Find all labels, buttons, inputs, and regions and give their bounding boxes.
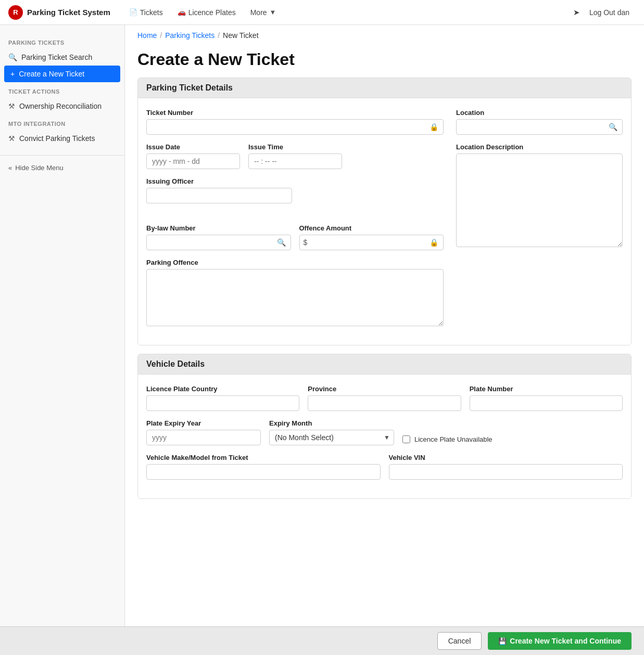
plate-number-group: Plate Number <box>470 385 623 411</box>
issue-time-label: Issue Time <box>248 143 342 151</box>
sidebar-item-convict-tickets[interactable]: ⚒ Convict Parking Tickets <box>0 130 124 147</box>
tickets-icon: 📄 <box>129 8 137 16</box>
expiry-month-group: Expiry Month (No Month Select) January F… <box>269 419 394 445</box>
chevrons-left-icon: « <box>8 164 12 172</box>
plate-expiry-year-group: Plate Expiry Year <box>146 419 261 445</box>
ticket-details-body: Ticket Number 🔒 Issue Date <box>138 98 631 345</box>
ticket-number-input-wrapper: 🔒 <box>146 119 444 135</box>
sidebar-section-ticket-actions: TICKET ACTIONS <box>0 82 124 98</box>
save-icon: 💾 <box>498 637 507 645</box>
issue-date-input[interactable] <box>146 153 240 169</box>
licence-plate-country-input[interactable]: CA <box>146 395 299 411</box>
sidebar-item-parking-search[interactable]: 🔍 Parking Ticket Search <box>0 49 124 66</box>
plus-icon: + <box>10 70 15 78</box>
bylaw-number-input[interactable] <box>146 235 291 250</box>
licence-plates-icon: 🚗 <box>178 8 186 16</box>
sidebar-item-ownership-reconciliation[interactable]: ⚒ Ownership Reconciliation <box>0 98 124 114</box>
ticket-number-group: Ticket Number 🔒 <box>146 109 444 135</box>
nav-tickets[interactable]: 📄 Tickets <box>123 5 169 20</box>
create-ticket-continue-button[interactable]: 💾 Create New Ticket and Continue <box>488 632 632 650</box>
plate-expiry-year-input[interactable] <box>146 430 261 445</box>
ticket-details-header: Parking Ticket Details <box>138 78 631 98</box>
issuing-officer-row: Issuing Officer <box>146 177 444 203</box>
breadcrumb-home[interactable]: Home <box>137 31 157 40</box>
licence-plate-country-label: Licence Plate Country <box>146 385 299 393</box>
cancel-button[interactable]: Cancel <box>437 632 482 650</box>
vehicle-details-card: Vehicle Details Licence Plate Country CA… <box>137 354 632 499</box>
parking-offence-row: Parking Offence <box>146 259 444 326</box>
breadcrumb-sep-2: / <box>218 31 220 40</box>
sidebar-item-convict-tickets-label: Convict Parking Tickets <box>19 134 95 143</box>
plate-number-input[interactable] <box>470 395 623 411</box>
top-nav: R Parking Ticket System 📄 Tickets 🚗 Lice… <box>0 0 644 25</box>
nav-more[interactable]: More ▼ <box>244 5 283 20</box>
bylaw-offence-row: By-law Number 🔍 Offence Amount $ <box>146 224 444 250</box>
vehicle-vin-group: Vehicle VIN <box>389 454 623 480</box>
issue-time-group: Issue Time <box>248 143 342 169</box>
brand-label: Parking Ticket System <box>27 8 110 17</box>
parking-offence-textarea[interactable] <box>146 269 444 326</box>
ticket-number-lock-icon[interactable]: 🔒 <box>427 122 440 132</box>
create-ticket-continue-label: Create New Ticket and Continue <box>510 637 621 645</box>
issue-date-label: Issue Date <box>146 143 240 151</box>
ticket-details-columns: Ticket Number 🔒 Issue Date <box>146 109 623 335</box>
bylaw-number-label: By-law Number <box>146 224 291 232</box>
issuing-officer-input[interactable] <box>146 188 292 203</box>
nav-more-label: More <box>250 8 267 17</box>
ticket-details-left: Ticket Number 🔒 Issue Date <box>146 109 444 335</box>
offence-amount-group: Offence Amount $ 🔒 <box>299 224 444 250</box>
expiry-month-label: Expiry Month <box>269 419 394 427</box>
expiry-month-select-wrapper: (No Month Select) January February March… <box>269 430 394 445</box>
plate-row-2: Plate Expiry Year Expiry Month (No Month… <box>146 419 623 445</box>
expiry-month-select[interactable]: (No Month Select) January February March… <box>269 430 394 445</box>
chevron-down-icon: ▼ <box>270 8 276 16</box>
province-label: Province <box>308 385 461 393</box>
nav-right: ➤ Log Out dan <box>573 5 636 20</box>
plate-number-label: Plate Number <box>470 385 623 393</box>
vehicle-make-model-group: Vehicle Make/Model from Ticket <box>146 454 381 480</box>
offence-amount-lock-icon[interactable]: 🔒 <box>427 237 440 248</box>
location-description-textarea[interactable] <box>456 153 623 247</box>
licence-plate-unavailable-label[interactable]: Licence Plate Unavailable <box>414 435 493 443</box>
location-input[interactable] <box>456 119 623 135</box>
issue-time-input[interactable] <box>248 153 342 169</box>
offence-amount-input[interactable] <box>299 235 444 250</box>
location-label: Location <box>456 109 623 117</box>
issuing-officer-group: Issuing Officer <box>146 177 292 203</box>
licence-plate-unavailable-checkbox[interactable] <box>402 435 410 443</box>
bylaw-input-wrapper: 🔍 <box>146 235 291 250</box>
search-icon: 🔍 <box>8 53 17 61</box>
plate-row-1: Licence Plate Country CA Province ON Pla… <box>146 385 623 411</box>
vehicle-make-model-label: Vehicle Make/Model from Ticket <box>146 454 381 461</box>
location-description-label: Location Description <box>456 143 623 151</box>
nav-licence-plates[interactable]: 🚗 Licence Plates <box>171 5 242 20</box>
sidebar-item-create-ticket[interactable]: + Create a New Ticket <box>4 66 120 82</box>
ticket-number-input[interactable] <box>146 119 444 135</box>
licence-plate-unavailable-group: Licence Plate Unavailable <box>402 435 493 445</box>
wrench-icon: ⚒ <box>8 134 15 143</box>
layout: PARKING TICKETS 🔍 Parking Ticket Search … <box>0 25 644 655</box>
ticket-number-label: Ticket Number <box>146 109 444 117</box>
issuing-officer-label: Issuing Officer <box>146 177 292 185</box>
location-search-icon[interactable]: 🔍 <box>607 122 620 132</box>
issue-date-group: Issue Date <box>146 143 240 169</box>
nav-licence-plates-label: Licence Plates <box>188 8 236 17</box>
ticket-details-right: Location 🔍 Location Description <box>456 109 623 335</box>
reconciliation-icon: ⚒ <box>8 102 15 110</box>
breadcrumb-parking-tickets[interactable]: Parking Tickets <box>165 31 214 40</box>
vehicle-vin-label: Vehicle VIN <box>389 454 623 461</box>
bylaw-search-icon[interactable]: 🔍 <box>275 237 288 248</box>
breadcrumb: Home / Parking Tickets / New Ticket <box>125 25 644 46</box>
vehicle-make-model-input[interactable] <box>146 464 381 480</box>
province-input[interactable]: ON <box>308 395 461 411</box>
sidebar-section-parking: PARKING TICKETS <box>0 33 124 49</box>
breadcrumb-current: New Ticket <box>223 31 258 40</box>
offence-amount-wrapper: $ 🔒 <box>299 235 444 250</box>
page-title: Create a New Ticket <box>125 46 644 78</box>
sidebar-section-mto: MTO INTEGRATION <box>0 114 124 130</box>
logout-button[interactable]: Log Out dan <box>583 5 636 20</box>
breadcrumb-sep-1: / <box>160 31 162 40</box>
hide-side-menu-button[interactable]: « Hide Side Menu <box>0 155 124 177</box>
parking-offence-label: Parking Offence <box>146 259 444 266</box>
vehicle-vin-input[interactable] <box>389 464 623 480</box>
